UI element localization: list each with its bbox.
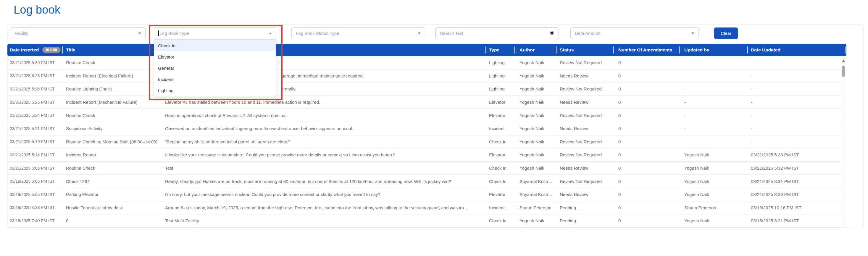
table-row[interactable]: 03/21/2025 5:14 PM ISTIncident ReportIt … [7,149,846,162]
cell-updated-by: - [682,135,748,149]
cell-author: Yogesh Naik [517,109,557,122]
chevron-down-icon [138,33,141,34]
log-book-type-dropdown: Check In Elevator General Incident Light… [154,39,276,97]
cell-title: Parking Elevator [64,188,163,201]
table-body: 03/21/2025 5:30 PM ISTRoutine Checkl.Lig… [7,56,846,228]
table-row[interactable]: 03/21/2025 5:25 PM ISTIncident Report (M… [7,96,846,109]
dropdown-option-general[interactable]: General [154,62,276,74]
log-book-status-type-select[interactable]: Log Book Status Type [291,28,425,39]
dropdown-option-lighting[interactable]: Lighting [154,85,276,96]
cell-updated-by: Yogesh Naik [682,162,748,175]
vertical-scrollbar[interactable] [841,57,845,228]
scroll-up-icon[interactable] [842,60,845,62]
cell-date-updated: 03/21/2025 5:33 PM IST [748,149,846,161]
cell-author: Yogesh Naik [517,162,557,175]
column-resize-handle[interactable] [484,46,486,54]
cell-type: Elevator [487,149,517,161]
table-row[interactable]: 03/21/2025 5:24 PM ISTRoutine CheckRouti… [7,109,846,122]
cell-date-updated: - [748,83,846,95]
cell-status: Review Not Required [557,83,616,95]
cell-updated-by: - [682,83,748,95]
cell-title: Incident Report (Mechanical Failure) [64,96,163,109]
column-resize-handle[interactable] [746,46,748,54]
column-header-title[interactable]: Title [64,44,163,56]
table-row[interactable]: 03/19/2025 5:05 PM ISTCheck 1234Ready, s… [7,175,846,188]
cell-author: Yogesh Naik [517,149,557,161]
dropdown-option-elevator[interactable]: Elevator [154,51,276,62]
column-resize-handle[interactable] [515,46,516,54]
dropdown-option-incident[interactable]: Incident [154,74,276,85]
scrollbar-thumb[interactable] [842,66,845,77]
cell-type: Lighting [487,69,517,83]
cell-title: Suspicious Activity [64,122,163,135]
table-row[interactable]: 03/19/2025 5:05 PM ISTParking ElevatorI'… [7,188,846,201]
table-row[interactable]: 03/21/2025 5:08 PM ISTRoutine CheckTestC… [7,162,846,175]
column-label: Number Of Amendments [618,47,672,53]
column-resize-handle[interactable] [844,46,845,54]
column-label: Status [560,47,574,53]
clear-filters-button[interactable]: Clear [714,28,738,39]
clear-search-button[interactable]: ✖ [545,28,559,39]
table-row[interactable]: 03/21/2025 5:19 PM ISTRoutine Check-in: … [7,135,846,149]
column-header-date-updated[interactable]: Date Updated [748,44,846,56]
chevron-up-icon [269,33,272,34]
cell-updated-by: Yogesh Naik [682,175,748,188]
search-input[interactable] [436,28,545,39]
cell-status: Needs Review [557,96,616,109]
data-amount-placeholder: Data Amount [575,31,691,36]
column-header-date-inserted[interactable]: Date Inserted 0/1180 [7,44,64,56]
table-row[interactable]: 03/18/2025 7:40 PM IST0Test Multi-Facili… [7,214,846,228]
cell-description: Test [163,162,487,175]
table-row[interactable]: 03/21/2025 5:30 PM ISTRoutine Checkl.Lig… [7,56,846,69]
cell-number-of-amendments: 0 [616,109,682,122]
data-amount-select[interactable]: Data Amount [570,28,699,39]
table-row[interactable]: 03/21/2025 5:26 PM ISTRoutine Lighting C… [7,83,846,96]
table-row[interactable]: 03/21/2025 5:28 PM ISTIncident Report (E… [7,69,846,83]
cell-status: Review Not Required [557,109,616,122]
cell-date-updated: - [748,122,846,135]
column-resize-handle[interactable] [613,46,615,54]
cell-number-of-amendments: 0 [616,135,682,149]
cell-type: Lighting [487,83,517,95]
cell-date-updated: - [748,96,846,109]
cell-status: Review Not Required [557,175,616,188]
column-resize-handle[interactable] [679,46,681,54]
cell-number-of-amendments: 0 [616,214,682,227]
cell-title: Incident Report (Electrical Failure) [64,69,163,83]
column-header-status[interactable]: Status [557,44,616,56]
cell-status: Review Not Required [557,135,616,149]
column-header-author[interactable]: Author [517,44,557,56]
cell-description: Observed an unidentified individual ling… [163,122,487,135]
facility-select[interactable]: Facility [10,28,146,39]
cell-author: Shyamal Krish… [517,188,557,201]
column-header-number-of-amendments[interactable]: Number Of Amendments [616,44,682,56]
column-resize-handle[interactable] [555,46,556,54]
cell-author: Yogesh Naik [517,122,557,135]
cell-date-updated: - [748,135,846,149]
cell-title: Routine Check-in: Morning Shift (06:00–1… [64,135,163,149]
cell-date-inserted: 03/19/2025 4:33 PM IST [7,201,64,214]
cell-author: Yogesh Naik [517,135,557,149]
column-header-updated-by[interactable]: Updated by [682,44,748,56]
cell-date-inserted: 03/21/2025 5:24 PM IST [7,109,64,122]
column-resize-handle[interactable] [61,46,63,54]
cell-number-of-amendments: 0 [616,69,682,83]
cell-date-updated: - [748,109,846,122]
cell-title: 0 [64,214,163,227]
cell-description: Routine operational check of Elevator #2… [163,109,487,122]
x-icon: ✖ [550,30,554,36]
cell-number-of-amendments: 0 [616,162,682,175]
cell-date-inserted: 03/18/2025 7:40 PM IST [7,214,64,227]
column-header-type[interactable]: Type [487,44,517,56]
cell-date-inserted: 03/21/2025 5:26 PM IST [7,83,64,95]
table-row[interactable]: 03/19/2025 4:33 PM ISTHostile Tenent at … [7,201,846,215]
log-book-type-combobox[interactable]: Log Book Type [154,28,276,39]
cell-author: Yogesh Naik [517,69,557,83]
dropdown-option-check-in[interactable]: Check In [154,40,276,51]
cell-updated-by: Yogesh Naik [682,149,748,161]
cell-author: Shyamal Krish… [517,175,557,188]
cell-status: Pending [557,214,616,227]
table-row[interactable]: 03/21/2025 5:21 PM ISTSuspicious Activit… [7,122,846,135]
page-title: Log book [13,4,60,16]
cell-description: I'm sorry, but your message seems unclea… [163,188,487,201]
